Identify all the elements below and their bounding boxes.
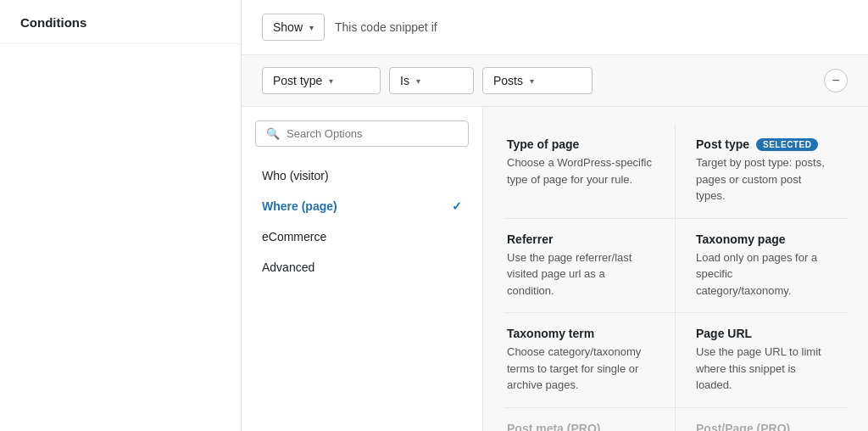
nav-where-label: Where (page) xyxy=(262,199,337,213)
sidebar-item-where[interactable]: Where (page) ✓ xyxy=(242,191,482,221)
options-grid-inner: Type of page Choose a WordPress-specific… xyxy=(504,124,848,431)
options-grid: Type of page Choose a WordPress-specific… xyxy=(483,107,868,431)
condition-row: Post type ▾ Is ▾ Posts ▾ − xyxy=(242,55,868,107)
option-post-page: Post/Page (PRO) Pick specific posts or p… xyxy=(676,408,848,432)
option-page-url-title: Page URL xyxy=(696,327,831,340)
search-icon: 🔍 xyxy=(266,127,280,140)
search-box[interactable]: 🔍 xyxy=(255,120,469,147)
nav-ecommerce-label: eCommerce xyxy=(262,230,326,243)
option-taxonomy-page-title: Taxonomy page xyxy=(696,232,831,246)
options-panel: 🔍 Who (visitor) Where (page) ✓ eCommerce… xyxy=(242,107,868,431)
option-page-url[interactable]: Page URL Use the page URL to limit where… xyxy=(676,313,848,408)
posts-chevron-icon: ▾ xyxy=(530,76,534,86)
show-label: Show xyxy=(273,20,303,34)
option-post-type-desc: Target by post type: posts, pages or cus… xyxy=(696,154,831,204)
selected-badge: SELECTED xyxy=(756,138,818,151)
search-input[interactable] xyxy=(287,127,458,140)
option-post-type-title: Post type SELECTED xyxy=(696,137,831,151)
option-taxonomy-page[interactable]: Taxonomy page Load only on pages for a s… xyxy=(676,219,848,314)
search-box-container: 🔍 xyxy=(242,120,482,160)
sidebar-item-ecommerce[interactable]: eCommerce xyxy=(242,221,482,252)
option-referrer-desc: Use the page referrer/last visited page … xyxy=(507,249,654,299)
nav-advanced-label: Advanced xyxy=(262,260,314,274)
right-panel: Show ▾ This code snippet if Post type ▾ … xyxy=(242,0,868,431)
option-page-url-desc: Use the page URL to limit where this sni… xyxy=(696,344,831,394)
option-taxonomy-term[interactable]: Taxonomy term Choose category/taxonomy t… xyxy=(504,313,676,408)
left-panel: Conditions xyxy=(0,0,242,431)
option-post-page-title: Post/Page (PRO) xyxy=(696,422,831,432)
show-dropdown[interactable]: Show ▾ xyxy=(262,14,325,41)
post-type-label: Post type xyxy=(273,74,322,87)
option-taxonomy-page-desc: Load only on pages for a specific catego… xyxy=(696,249,831,299)
sidebar-item-who[interactable]: Who (visitor) xyxy=(242,160,482,191)
post-type-dropdown[interactable]: Post type ▾ xyxy=(262,67,381,94)
post-type-chevron-icon: ▾ xyxy=(329,76,333,86)
is-dropdown[interactable]: Is ▾ xyxy=(389,67,474,94)
option-post-meta-title: Post meta (PRO) xyxy=(507,422,654,432)
option-post-meta: Post meta (PRO) Target specific posts ba… xyxy=(504,408,676,432)
main-container: Conditions Show ▾ This code snippet if P… xyxy=(0,0,868,431)
remove-condition-button[interactable]: − xyxy=(824,69,848,92)
is-chevron-icon: ▾ xyxy=(416,76,420,86)
option-type-of-page-desc: Choose a WordPress-specific type of page… xyxy=(507,154,654,188)
snippet-label: This code snippet if xyxy=(335,20,437,34)
option-referrer[interactable]: Referrer Use the page referrer/last visi… xyxy=(504,219,676,314)
option-type-of-page[interactable]: Type of page Choose a WordPress-specific… xyxy=(504,124,676,219)
posts-label: Posts xyxy=(493,74,523,87)
conditions-header: Conditions xyxy=(0,0,241,44)
show-chevron-icon: ▾ xyxy=(309,23,314,32)
posts-dropdown[interactable]: Posts ▾ xyxy=(482,67,593,94)
top-bar: Show ▾ This code snippet if xyxy=(242,0,868,55)
option-taxonomy-term-title: Taxonomy term xyxy=(507,327,654,340)
nav-who-label: Who (visitor) xyxy=(262,169,329,182)
where-check-icon: ✓ xyxy=(452,199,462,213)
sidebar-item-advanced[interactable]: Advanced xyxy=(242,252,482,283)
option-referrer-title: Referrer xyxy=(507,232,654,246)
is-label: Is xyxy=(400,74,409,87)
conditions-label: Conditions xyxy=(20,15,86,30)
sidebar-nav: 🔍 Who (visitor) Where (page) ✓ eCommerce… xyxy=(242,107,483,431)
option-taxonomy-term-desc: Choose category/taxonomy terms to target… xyxy=(507,344,654,394)
option-post-type[interactable]: Post type SELECTED Target by post type: … xyxy=(676,124,848,219)
minus-icon: − xyxy=(832,74,839,87)
option-type-of-page-title: Type of page xyxy=(507,137,654,151)
